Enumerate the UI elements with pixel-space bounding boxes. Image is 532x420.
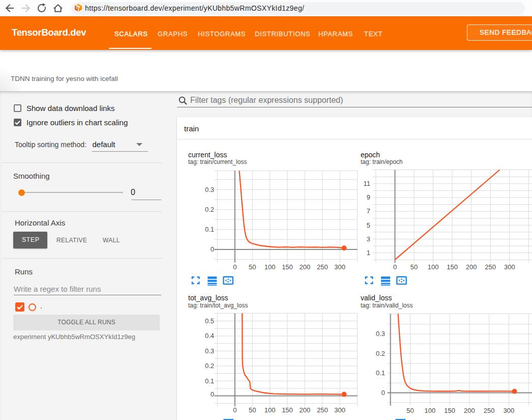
svg-text:100: 100: [264, 263, 276, 271]
svg-text:300: 300: [334, 406, 345, 414]
svg-text:1: 1: [367, 249, 370, 257]
svg-text:250: 250: [317, 263, 328, 271]
svg-text:0.3: 0.3: [376, 330, 385, 338]
svg-text:0.3: 0.3: [205, 186, 214, 193]
svg-text:150: 150: [444, 407, 455, 414]
svg-text:9: 9: [367, 193, 370, 201]
svg-text:100: 100: [424, 407, 435, 414]
svg-text:5: 5: [367, 221, 370, 229]
svg-text:200: 200: [464, 407, 475, 414]
svg-text:300: 300: [504, 263, 515, 271]
svg-text:150: 150: [282, 263, 293, 271]
svg-text:300: 300: [504, 407, 515, 414]
svg-text:150: 150: [282, 406, 293, 414]
svg-text:150: 150: [447, 263, 458, 271]
svg-text:0.1: 0.1: [205, 377, 214, 385]
svg-text:50: 50: [406, 407, 413, 414]
svg-text:50: 50: [249, 406, 256, 414]
svg-text:0: 0: [211, 245, 214, 253]
svg-text:200: 200: [300, 406, 311, 414]
svg-text:11: 11: [364, 180, 371, 187]
svg-text:200: 200: [466, 263, 477, 271]
svg-text:300: 300: [334, 263, 345, 271]
svg-text:0.2: 0.2: [205, 362, 214, 370]
svg-text:0: 0: [233, 406, 237, 414]
svg-text:0.4: 0.4: [205, 332, 214, 340]
svg-text:3: 3: [367, 235, 370, 243]
svg-text:100: 100: [428, 263, 439, 271]
svg-text:7: 7: [367, 207, 370, 215]
svg-text:0: 0: [211, 390, 214, 398]
svg-text:0.2: 0.2: [376, 350, 385, 357]
svg-text:0.1: 0.1: [376, 369, 385, 377]
svg-text:250: 250: [317, 406, 328, 414]
svg-text:0: 0: [381, 389, 385, 397]
svg-text:0: 0: [393, 263, 397, 271]
svg-text:0.2: 0.2: [205, 206, 214, 213]
svg-text:250: 250: [484, 407, 495, 414]
svg-text:100: 100: [264, 406, 276, 414]
svg-text:0: 0: [233, 263, 237, 271]
svg-text:50: 50: [410, 263, 418, 271]
svg-text:0.5: 0.5: [205, 317, 214, 325]
svg-text:250: 250: [485, 263, 496, 271]
svg-text:200: 200: [300, 263, 311, 271]
svg-text:0.1: 0.1: [205, 226, 214, 233]
svg-text:0.3: 0.3: [205, 347, 214, 355]
svg-text:50: 50: [249, 263, 256, 271]
